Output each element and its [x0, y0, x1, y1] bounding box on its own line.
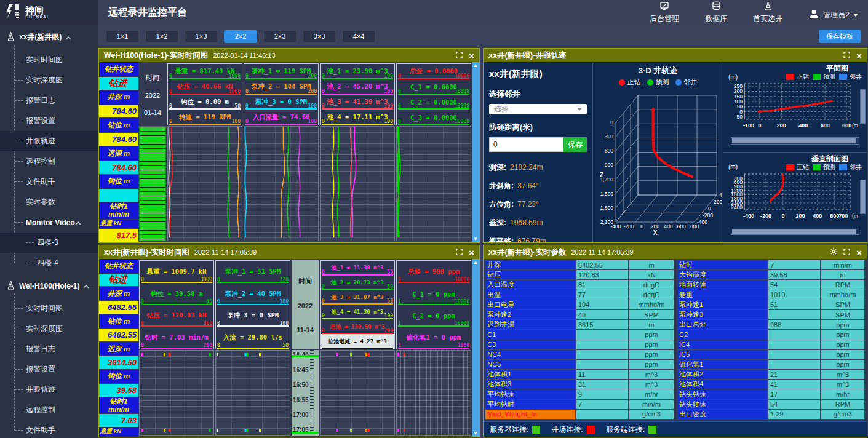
sidebar-item[interactable]: 报警设置 — [0, 359, 98, 380]
layout-button-3×3[interactable]: 3×3 — [303, 30, 336, 43]
sidebar-item[interactable]: 文件助手 — [0, 172, 98, 192]
close-icon[interactable]: × — [469, 248, 474, 257]
bl-scrollbar[interactable]: ▲▼ — [472, 259, 479, 437]
layout-button-1×2[interactable]: 1×2 — [145, 30, 178, 43]
gear-icon[interactable] — [830, 247, 837, 258]
svg-text:600: 600 — [677, 223, 685, 229]
tree-dash — [26, 263, 34, 263]
param-unit-cell: m^3 — [629, 380, 674, 389]
save-button[interactable]: 保存 — [563, 137, 587, 152]
sidebar-item[interactable]: 实时深度图 — [0, 319, 98, 339]
curve-reading: C_1 = 0 ppm — [412, 290, 455, 298]
param-value-cell: 31 — [576, 380, 629, 389]
user-menu[interactable]: 管理员2 — [808, 9, 858, 24]
sidebar-item[interactable]: 四楼-3 — [0, 233, 98, 253]
expand-icon[interactable] — [456, 247, 463, 258]
curve-header: 0总池 = 130.50 m^3200 — [321, 319, 394, 334]
expand-icon[interactable] — [456, 50, 463, 61]
svg-text:-200: -200 — [760, 213, 771, 219]
curve-reading: 池_1 = 23.90 m^3 — [327, 67, 388, 76]
layout-button-1×3[interactable]: 1×3 — [185, 30, 218, 43]
save-template-button[interactable]: 保存模板 — [819, 30, 861, 43]
sidebar-item[interactable]: Monitor Video — [0, 212, 98, 233]
nav-home-well-select[interactable]: 首页选井 — [753, 1, 782, 24]
tl-scrollbar[interactable]: ▲▼ — [472, 62, 479, 242]
layout-button-2×2[interactable]: 2×2 — [224, 30, 257, 43]
layout-button-4×4[interactable]: 4×4 — [342, 30, 375, 43]
sidebar-item[interactable]: 远程控制 — [0, 151, 98, 172]
sidebar-item[interactable]: 报警日志 — [0, 90, 98, 111]
sidebar-item[interactable]: 报警设置 — [0, 111, 98, 131]
stat-value: 1968.59m — [510, 218, 543, 227]
legend-swatch — [675, 79, 682, 86]
plan-view-hscrollbar[interactable] — [731, 137, 859, 145]
curve-underline — [398, 348, 469, 349]
sidebar-item[interactable]: 井眼轨迹 — [0, 131, 98, 151]
param-value-cell: 104 — [576, 300, 629, 310]
close-icon[interactable]: × — [856, 248, 862, 257]
vertical-section-vscrollbar[interactable] — [860, 180, 866, 214]
tree-dash — [15, 80, 23, 81]
sidebar-item[interactable]: 实时参数 — [0, 192, 98, 212]
param-unit-cell: ppm — [821, 350, 865, 360]
curve-reading: 池_3 = 31.07 m^3 — [332, 293, 384, 301]
panel-well-trajectory: xx井(新井眼)-井眼轨迹 × xx井(新井眼) 选择邻井 选择 防碰距离(米)… — [483, 48, 867, 243]
bl-track-bodies: 16:4016:4516:5016:5517:0017:05 — [138, 350, 472, 437]
curve-underline — [322, 348, 393, 349]
param-value-cell: 120.83 — [576, 270, 629, 280]
sidebar-item[interactable]: 文件助手 — [0, 420, 98, 438]
curve-reading: 转速 = 119 RPM — [179, 113, 231, 122]
sidebar-item[interactable]: 远程控制 — [0, 400, 98, 420]
vertical-section-plot: 30060090012001500180021002400-400-200020… — [726, 172, 864, 226]
curve-header: 0泵冲_2 = 104 SPM200 — [244, 79, 318, 95]
nav-backend-management[interactable]: 后台管理 — [650, 2, 679, 24]
panel-title: xx井(新井眼)-实时参数 — [488, 247, 566, 258]
curve-header: 0泵冲_3 = 0 SPM100 — [216, 305, 290, 327]
sidebar-item[interactable]: 实时时间图 — [0, 50, 98, 70]
panel-timestamp: 2022-01-14 11:46:13 — [213, 52, 275, 59]
plan-view-legend: 正钻预测邻井 — [786, 73, 862, 81]
3d-plot-mount: 03006009001,2001,5001,8002,100Z-400-2000… — [593, 88, 723, 242]
sidebar-well-1[interactable]: Wei-H100(Hole-1) — [0, 273, 98, 298]
close-icon[interactable]: × — [469, 51, 474, 60]
sidebar-item[interactable]: 实时深度图 — [0, 70, 98, 90]
curve-reading: 硫化氢1 = 0 ppm — [407, 333, 461, 342]
stat-label: 垂深: — [489, 218, 506, 228]
close-icon[interactable]: × — [856, 51, 862, 60]
expand-icon[interactable] — [843, 50, 850, 61]
curve-reading: 悬重 = 817.49 kN — [175, 67, 235, 76]
layout-button-2×3[interactable]: 2×3 — [263, 30, 297, 43]
curve-reading: 泵冲_3 = 0 SPM — [227, 311, 279, 320]
param-unit-cell: g/cm3 — [821, 410, 865, 420]
neighbor-well-select[interactable]: 选择 — [489, 104, 587, 114]
param-label: 悬重 kN — [99, 220, 138, 229]
param-label: 钻时1 min/m — [99, 397, 138, 414]
plan_view-plot: 250200150100500-50-1000200400600800(m — [726, 81, 863, 135]
track-body-3 — [396, 350, 471, 436]
param-label: 悬重 kN — [99, 428, 138, 437]
param-value: 817.5 — [99, 229, 138, 242]
plan-view-vscrollbar[interactable] — [860, 89, 866, 124]
sidebar-item-label: 报警日志 — [26, 95, 55, 106]
sidebar-item[interactable]: 实时时间图 — [0, 298, 98, 319]
expand-icon[interactable] — [843, 247, 850, 258]
svg-text:0: 0 — [610, 119, 613, 125]
sidebar-well-0[interactable]: xx井(新井眼) — [0, 25, 98, 50]
vertical-section-hscrollbar[interactable] — [731, 228, 859, 235]
sidebar-item[interactable]: 四楼-4 — [0, 253, 98, 273]
sidebar-item[interactable]: 报警日志 — [0, 339, 98, 359]
tree-dash — [15, 410, 23, 410]
stat-label: 视平移: — [489, 236, 514, 242]
curve-reading: 钻压 = 120.83 kN — [147, 311, 207, 320]
trajectory-3d-plot: 03006009001,2001,5001,8002,100Z-400-2000… — [595, 88, 722, 242]
trajectory-stat: 方位角:77.23° — [489, 199, 587, 210]
param-name-cell: 平均钻速 — [485, 389, 576, 399]
curve-reading: 悬重 = 1009.7 kN — [147, 268, 207, 276]
sidebar-item[interactable]: 井眼轨迹 — [0, 380, 98, 400]
sidebar-item-label: 报警设置 — [26, 364, 55, 375]
anticollision-distance-input[interactable]: 0 — [489, 137, 563, 152]
param-name-cell: Mud_Weight_In — [485, 410, 576, 420]
track-curves — [168, 127, 242, 241]
layout-button-1×1[interactable]: 1×1 — [106, 30, 139, 43]
nav-database[interactable]: 数据库 — [705, 1, 727, 24]
